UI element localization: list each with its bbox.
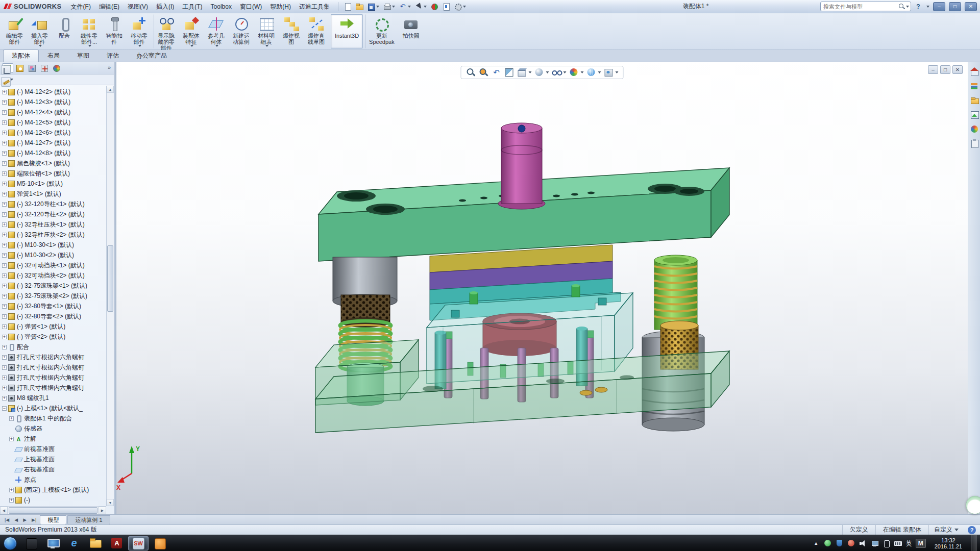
tray-icon[interactable]: [894, 539, 902, 547]
tray-icon[interactable]: [812, 539, 820, 547]
ime-language-indicator[interactable]: 英: [906, 539, 912, 547]
menu-item[interactable]: 编辑(E): [95, 2, 124, 12]
tree-item[interactable]: (-) 32-120导柱<2> (默认): [0, 209, 106, 219]
start-button[interactable]: [2, 536, 19, 551]
quick-access-button[interactable]: [398, 2, 412, 11]
scroll-down-button[interactable]: ▼: [107, 499, 114, 506]
tree-item[interactable]: (-) 32导柱压块<1> (默认): [0, 219, 106, 230]
tree-expander[interactable]: [2, 324, 7, 329]
search-input[interactable]: [822, 3, 898, 10]
tree-item[interactable]: 原点: [0, 474, 106, 485]
tree-item[interactable]: (-): [0, 495, 106, 505]
taskbar-app-button[interactable]: [85, 536, 106, 550]
tree-expander[interactable]: [2, 212, 7, 217]
quick-access-button[interactable]: [429, 2, 439, 11]
toolbar-button[interactable]: 线性零 部件...: [77, 14, 102, 48]
tree-item[interactable]: 前视基准面: [0, 444, 106, 454]
tree-expander[interactable]: [2, 90, 7, 94]
tree-expander[interactable]: [2, 396, 7, 400]
command-manager-tab[interactable]: 草图: [68, 49, 98, 62]
tree-expander[interactable]: [2, 294, 7, 298]
task-pane-tab-icon[interactable]: [970, 110, 979, 119]
tree-expander[interactable]: [2, 304, 7, 309]
taskbar-app-button[interactable]: [21, 536, 41, 550]
scroll-up-button[interactable]: ▲: [107, 86, 114, 93]
menu-item[interactable]: 工具(T): [178, 2, 206, 12]
tree-item[interactable]: (-) 弹簧<2> (默认): [0, 332, 106, 342]
tree-expander[interactable]: [2, 141, 7, 145]
tree-item[interactable]: (-) 弹簧<1> (默认): [0, 321, 106, 332]
tree-expander[interactable]: [2, 161, 7, 166]
tree-item[interactable]: 上视基准面: [0, 454, 106, 464]
search-dropdown-icon[interactable]: [906, 6, 909, 8]
quick-access-button[interactable]: [413, 2, 428, 11]
menu-item[interactable]: 插入(I): [152, 2, 178, 12]
tree-expander[interactable]: [2, 263, 7, 268]
tree-expander[interactable]: [9, 488, 14, 492]
menu-item[interactable]: 帮助(H): [266, 2, 295, 12]
tray-icon[interactable]: [847, 539, 855, 547]
tree-expander[interactable]: [2, 335, 7, 339]
panel-tab[interactable]: [27, 63, 38, 73]
taskbar-app-button[interactable]: SW: [128, 536, 149, 550]
panel-tab-overflow-button[interactable]: »: [106, 64, 112, 70]
tree-item[interactable]: (-) M10-30<2> (默认): [0, 250, 106, 260]
tray-icon[interactable]: [859, 539, 867, 547]
help-button[interactable]: ?: [914, 2, 923, 11]
heads-up-button[interactable]: [478, 67, 489, 78]
graphics-viewport[interactable]: Y X: [116, 62, 968, 514]
tree-expander[interactable]: [2, 222, 7, 227]
tree-expander[interactable]: [2, 386, 7, 390]
tree-expander[interactable]: [2, 110, 7, 115]
tab-nav-button[interactable]: |◀: [2, 515, 12, 524]
tree-item[interactable]: (-) 32导柱压块<2> (默认): [0, 230, 106, 240]
edge-toolbar-button[interactable]: [1, 77, 11, 87]
tree-item[interactable]: (-) 32-80导套<2> (默认): [0, 311, 106, 321]
heads-up-button[interactable]: [517, 67, 532, 78]
tree-expander[interactable]: [2, 202, 7, 207]
tree-expander[interactable]: [2, 273, 7, 278]
status-help-button[interactable]: ?: [968, 526, 976, 534]
command-manager-tab[interactable]: 布局: [39, 49, 68, 62]
command-manager-tab[interactable]: 办公室产品: [128, 49, 176, 62]
tree-item[interactable]: (-) M10-30<1> (默认): [0, 240, 106, 250]
tree-item[interactable]: 端限位销<1> (默认): [0, 168, 106, 179]
tree-item[interactable]: 装配体1 中的配合: [0, 413, 106, 423]
tree-expander[interactable]: [2, 355, 7, 360]
heads-up-button[interactable]: [465, 67, 477, 78]
toolbar-button[interactable]: 参考几 何体: [204, 14, 229, 48]
minimize-button[interactable]: –: [933, 2, 945, 11]
tree-item[interactable]: (-) 32可动挡块<2> (默认): [0, 270, 106, 281]
tray-icon[interactable]: [883, 539, 891, 547]
close-button[interactable]: ✕: [965, 2, 977, 11]
tree-item[interactable]: (-) M4-12<8> (默认): [0, 148, 106, 158]
tree-expander[interactable]: [2, 243, 7, 247]
tab-nav-button[interactable]: ▶|: [29, 515, 39, 524]
tree-item[interactable]: (-) 32-120导柱<1> (默认): [0, 199, 106, 209]
quick-access-button[interactable]: [366, 2, 380, 11]
tree-expander[interactable]: [9, 437, 14, 441]
tree-expander[interactable]: [9, 498, 14, 503]
tree-expander[interactable]: [2, 365, 7, 370]
heads-up-button[interactable]: [603, 67, 619, 78]
document-window-button[interactable]: □: [940, 65, 950, 74]
tree-item[interactable]: 弹簧1<1> (默认): [0, 189, 106, 199]
tree-expander[interactable]: [2, 253, 7, 258]
tree-item[interactable]: 打孔尺寸根据内六角螺钉: [0, 362, 106, 372]
command-manager-tab[interactable]: 评估: [98, 49, 128, 62]
heads-up-button[interactable]: [586, 67, 602, 78]
toolbar-button[interactable]: 材料明 细表: [254, 14, 279, 48]
task-pane-tab-icon[interactable]: [970, 124, 979, 134]
tree-item[interactable]: (-) M4-12<6> (默认): [0, 128, 106, 138]
toolbar-button[interactable]: 显示隐 藏的零 部件: [154, 14, 179, 48]
document-window-button[interactable]: ✕: [952, 65, 963, 74]
tree-item[interactable]: (-) M4-12<5> (默认): [0, 117, 106, 128]
tab-nav-button[interactable]: ◀: [12, 515, 20, 524]
taskbar-app-button[interactable]: A: [107, 536, 127, 550]
task-pane-tab-icon[interactable]: [970, 96, 979, 105]
heads-up-button[interactable]: [551, 67, 567, 78]
tree-expander[interactable]: [2, 314, 7, 319]
taskbar-app-button[interactable]: [42, 536, 63, 550]
tree-expander[interactable]: [2, 182, 7, 186]
tree-expander[interactable]: [2, 345, 7, 349]
